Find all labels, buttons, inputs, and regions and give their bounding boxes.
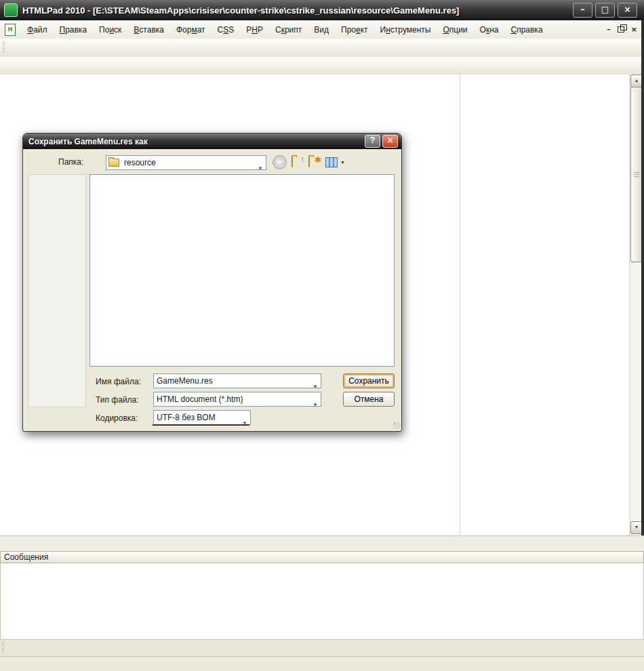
menu-file[interactable]: Файл xyxy=(21,21,54,39)
minimize-button[interactable]: – xyxy=(573,3,592,18)
new-folder-button[interactable] xyxy=(308,157,321,168)
status-bar xyxy=(0,656,644,671)
dialog-title: Сохранить GameMenu.res как xyxy=(23,137,365,146)
menu-help[interactable]: Справка xyxy=(504,21,548,39)
filename-label: Имя файла: xyxy=(96,377,141,386)
dialog-body: Папка: resource ← ▼ Имя файла: GameMenu.… xyxy=(23,149,401,430)
menu-windows[interactable]: Окна xyxy=(474,21,505,39)
mdi-close-button[interactable]: × xyxy=(631,24,637,35)
filetype-label: Тип файла: xyxy=(96,395,139,405)
menu-script[interactable]: Скрипт xyxy=(269,21,308,39)
dialog-title-bar: Сохранить GameMenu.res как ? × xyxy=(23,134,401,149)
dialog-resize-grip[interactable] xyxy=(393,422,400,429)
folder-icon xyxy=(291,157,293,167)
encoding-label: Кодировка: xyxy=(96,413,138,423)
view-menu-arrow-icon[interactable]: ▼ xyxy=(340,160,345,165)
messages-panel-header: Сообщения xyxy=(0,551,644,563)
menu-format[interactable]: Формат xyxy=(170,21,212,39)
back-button[interactable]: ← xyxy=(273,155,287,169)
file-list[interactable] xyxy=(89,174,395,367)
save-button[interactable]: Сохранить xyxy=(343,373,395,388)
up-folder-button[interactable] xyxy=(291,157,304,168)
folder-combo-value: resource xyxy=(121,158,254,167)
menu-view[interactable]: Вид xyxy=(308,21,335,39)
view-tab-bar xyxy=(0,535,644,551)
save-as-dialog: Сохранить GameMenu.res как ? × Папка: re… xyxy=(22,133,402,432)
messages-panel-body xyxy=(0,563,644,640)
mdi-minimize-button[interactable]: – xyxy=(607,24,611,35)
menu-css[interactable]: CSS xyxy=(212,21,241,39)
filename-combobox[interactable]: GameMenu.res xyxy=(153,373,321,388)
maximize-button[interactable]: □ xyxy=(595,3,615,18)
window-title: HTMLPad 2010 - [E:\STEAM\SteamApps\crisi… xyxy=(22,5,571,16)
close-button[interactable]: × xyxy=(618,3,637,18)
editor-margin-guide xyxy=(460,75,460,535)
menu-edit[interactable]: Правка xyxy=(54,21,94,39)
dialog-help-button[interactable]: ? xyxy=(365,135,380,148)
folder-select-combobox[interactable]: resource xyxy=(106,155,266,170)
menu-project[interactable]: Проект xyxy=(335,21,374,39)
tab-bar-grip[interactable] xyxy=(2,642,4,654)
document-icon: H xyxy=(5,24,16,36)
menu-options[interactable]: Опции xyxy=(437,21,473,39)
view-menu-button[interactable] xyxy=(325,157,338,167)
filetype-combobox[interactable]: HTML document (*.htm) xyxy=(153,392,321,407)
folder-label: Папка: xyxy=(58,157,83,167)
encoding-value: UTF-8 без BOM xyxy=(154,413,239,422)
toolbar-format xyxy=(0,57,644,75)
cancel-button[interactable]: Отмена xyxy=(343,392,395,407)
folder-icon xyxy=(308,157,310,167)
title-bar: HTMLPad 2010 - [E:\STEAM\SteamApps\crisi… xyxy=(0,0,644,20)
encoding-dropdown-list xyxy=(153,424,249,426)
mdi-restore-button[interactable] xyxy=(618,26,624,33)
filetype-value: HTML document (*.htm) xyxy=(154,394,309,404)
menu-bar: H ФайлПравкаПоискВставкаФорматCSSPHPСкри… xyxy=(0,20,644,39)
filename-value[interactable]: GameMenu.res xyxy=(154,376,309,386)
encoding-combobox[interactable]: UTF-8 без BOM xyxy=(153,410,251,425)
folder-icon xyxy=(108,159,119,167)
menubar-items: ФайлПравкаПоискВставкаФорматCSSPHPСкрипт… xyxy=(21,21,549,39)
application-window: HTMLPad 2010 - [E:\STEAM\SteamApps\crisi… xyxy=(0,0,644,671)
dialog-close-button[interactable]: × xyxy=(382,135,398,148)
menu-search[interactable]: Поиск xyxy=(93,21,127,39)
menu-php[interactable]: PHP xyxy=(240,21,269,39)
editor-vertical-scrollbar[interactable] xyxy=(629,75,642,535)
toolbar-grip[interactable] xyxy=(3,42,5,54)
toolbar-main xyxy=(0,39,644,58)
document-tab-bar xyxy=(0,640,644,656)
menu-tools[interactable]: Инструменты xyxy=(374,21,437,39)
app-icon xyxy=(4,3,18,17)
places-bar xyxy=(28,174,86,407)
menu-insert[interactable]: Вставка xyxy=(127,21,170,39)
